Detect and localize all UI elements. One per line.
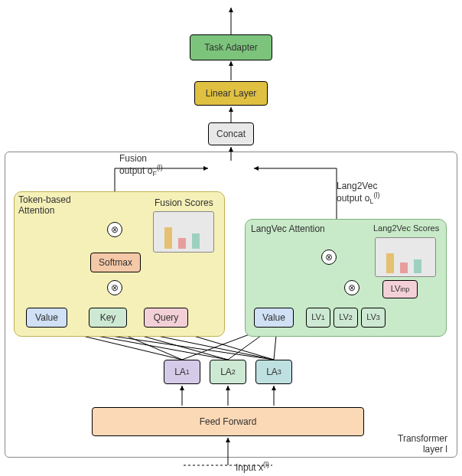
langvec-attention-title: LangVec Attention bbox=[251, 223, 325, 234]
fusion-scores-label: Fusion Scores bbox=[155, 197, 213, 208]
lv1-block: LV1 bbox=[306, 308, 330, 328]
mult-top-icon: ⊗ bbox=[107, 222, 122, 237]
lv2-block: LV2 bbox=[333, 308, 358, 328]
transformer-layer-label: Transformer layer l bbox=[398, 433, 447, 455]
softmax-block: Softmax bbox=[90, 253, 141, 272]
la3-block: LA3 bbox=[255, 360, 292, 384]
fusion-scores-chart bbox=[153, 211, 214, 253]
lv3-block: LV3 bbox=[361, 308, 386, 328]
langvec-mult-mid-icon: ⊗ bbox=[344, 280, 360, 295]
input-label: Input x(l) bbox=[236, 461, 269, 473]
value-block: Value bbox=[26, 308, 67, 328]
langvec-value-block: Value bbox=[254, 308, 294, 328]
feed-forward-block: Feed Forward bbox=[92, 407, 364, 436]
linear-layer-block: Linear Layer bbox=[194, 81, 268, 106]
fusion-output-label: Fusion output oF(l) bbox=[119, 153, 163, 178]
token-attention-title: Token-based Attention bbox=[18, 194, 71, 216]
lang2vec-output-label: Lang2Vec output oL(l) bbox=[337, 181, 379, 205]
mult-bottom-icon: ⊗ bbox=[107, 280, 122, 295]
task-adapter-block: Task Adapter bbox=[190, 34, 272, 60]
lang2vec-scores-chart bbox=[375, 237, 436, 277]
key-block: Key bbox=[89, 308, 127, 328]
query-block: Query bbox=[144, 308, 188, 328]
lvinp-block: LVinp bbox=[382, 280, 418, 298]
la1-block: LA1 bbox=[164, 360, 200, 384]
la2-block: LA2 bbox=[210, 360, 246, 384]
concat-block: Concat bbox=[208, 122, 254, 145]
langvec-mult-top-icon: ⊗ bbox=[321, 249, 337, 265]
lang2vec-scores-label: Lang2Vec Scores bbox=[373, 223, 439, 233]
